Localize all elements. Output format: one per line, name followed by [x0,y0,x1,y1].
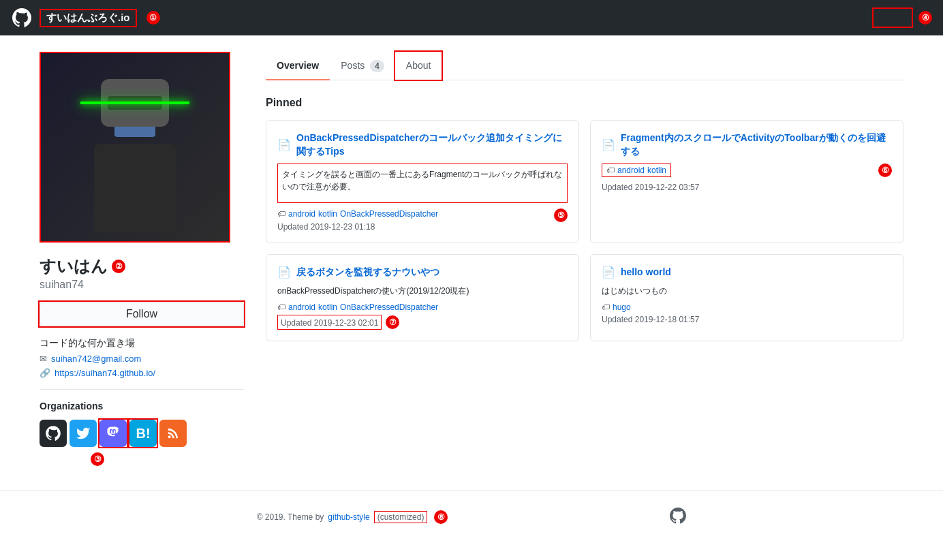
user-display-name: すいはん ② [40,255,244,277]
pinned-section: Pinned 📄 OnBackPressedDispatcherのコールバック追… [266,97,903,341]
card-3-tags: 🏷 android kotlin OnBackPressedDispatcher [277,302,568,312]
org-icon-mastodon[interactable] [99,420,127,447]
site-title[interactable]: すいはんぶろぐ.io [40,9,137,27]
circle-3-badge: ③ [91,452,104,466]
github-logo-icon[interactable] [11,7,33,29]
hatena-container: B! [129,420,157,447]
card-3-tag-onback[interactable]: OnBackPressedDispatcher [340,302,438,312]
header-right: ④ [872,7,932,28]
pinned-grid: 📄 OnBackPressedDispatcherのコールバック追加タイミングに… [266,120,903,341]
card-2-tags: 🏷 android kotlin [606,166,666,175]
circle-5-badge: ⑤ [554,208,568,222]
org-section-title: Organizations [40,401,244,411]
card-3-tag-kotlin[interactable]: kotlin [318,302,337,312]
card-2-tags-border: 🏷 android kotlin [602,164,671,177]
card-3-title[interactable]: 戻るボタンを監視するナウいやつ [296,266,439,279]
user-email-item: ✉ suihan742@gmail.com [40,354,244,364]
mastodon-container [99,420,127,447]
tabs-nav: Overview Posts 4 About [266,52,903,80]
footer: © 2019. Theme by github-style (customize… [0,491,943,542]
avatar [40,52,230,243]
card-2-title[interactable]: Fragment内のスクロールでActivityのToolbarが動くのを回避す… [621,131,892,158]
card-1-tag-kotlin[interactable]: kotlin [318,209,337,219]
tag-icon-1: 🏷 [277,209,285,219]
tab-about[interactable]: About [395,52,442,80]
vr-body [94,144,176,232]
main-content: Overview Posts 4 About Pinned 📄 [266,52,903,447]
footer-github-icon [670,508,686,526]
vr-figure [80,65,189,229]
tab-posts[interactable]: Posts 4 [330,52,395,80]
card-4-tags: 🏷 hugo [602,302,892,312]
card-1-book-icon: 📄 [277,138,291,151]
posts-count-badge: 4 [370,60,384,72]
tag-icon-3: 🏷 [277,302,285,312]
card-1-tag-android[interactable]: android [288,209,315,219]
card-2-updated: Updated 2019-12-22 03:57 [602,183,892,192]
follow-button[interactable]: Follow [40,302,244,326]
tag-icon-4: 🏷 [602,302,610,312]
card-3-book-icon: 📄 [277,266,291,279]
card-4-updated: Updated 2019-12-18 01:57 [602,315,892,324]
pinned-card-1: 📄 OnBackPressedDispatcherのコールバック追加タイミングに… [266,120,579,243]
card-1-header: 📄 OnBackPressedDispatcherのコールバック追加タイミングに… [277,131,568,158]
user-website-item: 🔗 https://suihan74.github.io/ [40,368,244,378]
circle-4-badge: ④ [918,11,932,25]
sidebar: すいはん ② suihan74 Follow コード的な何か置き場 ✉ suih… [40,52,244,447]
card-2-tag-kotlin[interactable]: kotlin [647,166,666,175]
footer-inner: © 2019. Theme by github-style (customize… [11,508,932,526]
user-email-link[interactable]: suihan742@gmail.com [51,354,141,364]
card-3-header: 📄 戻るボタンを監視するナウいやつ [277,266,568,279]
org-icon-twitter[interactable] [69,420,97,447]
circle-1-badge: ① [146,11,160,25]
avatar-image [41,53,229,241]
footer-customized-text: (customized) [374,511,428,523]
tag-icon-2: 🏷 [606,166,615,175]
circle-6-badge: ⑥ [878,164,892,177]
org-icon-rss[interactable] [159,420,187,447]
pinned-card-2: 📄 Fragment内のスクロールでActivityのToolbarが動くのを回… [590,120,903,243]
card-3-desc: onBackPressedDispatcherの使い方(2019/12/20現在… [277,285,568,297]
card-3-tag-android[interactable]: android [288,302,315,312]
card-4-header: 📄 hello world [602,266,892,279]
vr-head [101,79,169,127]
circle-8-badge: ⑧ [434,510,448,524]
tab-overview[interactable]: Overview [266,52,330,80]
org-icons-container: B! ③ [40,420,244,447]
card-1-desc-box: タイミングを誤ると画面の一番上にあるFragmentのコールバックが呼ばれないの… [277,164,568,203]
card-1-tags: 🏷 android kotlin OnBackPressedDispatcher [277,209,438,219]
card-2-tags-row: 🏷 android kotlin ⑥ [602,164,892,177]
card-1-desc: タイミングを誤ると画面の一番上にあるFragmentのコールバックが呼ばれないの… [282,168,563,193]
pinned-card-4: 📄 hello world はじめはいつもの 🏷 hugo Updated 20… [590,254,903,341]
footer-theme-link[interactable]: github-style [328,512,369,522]
header-left: すいはんぶろぐ.io ① [11,7,160,29]
footer-copyright: © 2019. Theme by [257,512,324,522]
envelope-icon: ✉ [40,354,47,364]
org-icon-github[interactable] [40,420,67,447]
pinned-title: Pinned [266,97,903,109]
user-bio: コード的な何か置き場 [40,337,244,349]
card-4-desc: はじめはいつもの [602,285,892,297]
org-icons: B! [40,420,244,447]
card-3-updated-box: Updated 2019-12-23 02:01 [277,315,382,330]
sidebar-divider [40,389,244,390]
circle-2-badge: ② [112,260,125,273]
vr-green-line [80,102,189,104]
user-website-link[interactable]: https://suihan74.github.io/ [55,368,155,378]
circle-7-badge: ⑦ [386,315,399,329]
card-1-updated: Updated 2019-12-23 01:18 [277,222,568,232]
org-icon-hatena[interactable]: B! [129,420,157,447]
pinned-card-3: 📄 戻るボタンを監視するナウいやつ onBackPressedDispatche… [266,254,579,341]
card-3-updated-row: Updated 2019-12-23 02:01 ⑦ [277,315,568,330]
card-1-tag-onback[interactable]: OnBackPressedDispatcher [340,209,438,219]
card-4-title[interactable]: hello world [621,266,671,279]
card-2-header: 📄 Fragment内のスクロールでActivityのToolbarが動くのを回… [602,131,892,158]
card-4-tag-hugo[interactable]: hugo [613,302,631,312]
card-1-title[interactable]: OnBackPressedDispatcherのコールバック追加タイミングに関す… [296,131,568,158]
card-1-tags-row: 🏷 android kotlin OnBackPressedDispatcher… [277,208,568,222]
about-tab-container: About [395,52,442,80]
card-2-book-icon: 📄 [602,138,615,151]
card-2-tag-android[interactable]: android [617,166,645,175]
link-icon: 🔗 [40,368,50,378]
user-login: suihan74 [40,279,244,291]
